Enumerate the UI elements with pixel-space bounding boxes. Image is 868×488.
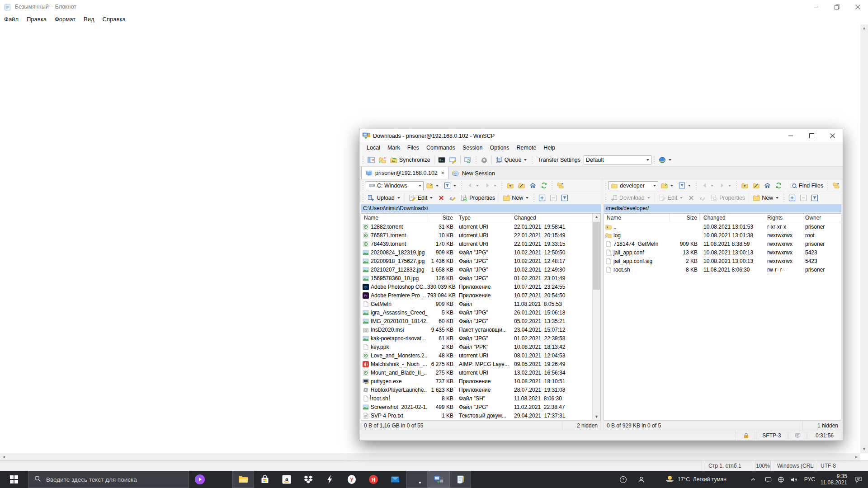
table-row[interactable]: 20200824_182319.jpg909 KBФайл "JPG"10.02…: [361, 248, 593, 257]
transfer-settings-selector[interactable]: Default: [584, 155, 651, 164]
table-row[interactable]: root.sh8 KB11.08.2021 8:06:30rw-r--r--pr…: [604, 265, 841, 274]
table-row[interactable]: puttygen.exe737 KBПриложение10.08.2021 1…: [361, 377, 593, 385]
quick-filter-button[interactable]: [809, 193, 820, 202]
refresh-session-button[interactable]: [462, 155, 473, 164]
table-row[interactable]: RobloxPlayerLaunche...1 623 KBПриложение…: [361, 385, 593, 394]
home-directory-button[interactable]: [762, 181, 773, 190]
table-row[interactable]: SVP 4 Pro.txt1 KBТекстовый докум...29.04…: [361, 411, 593, 420]
table-row[interactable]: PrAdobe Premiere Pro ...793 094 KBПрилож…: [361, 291, 593, 300]
table-row[interactable]: Malchishnik_-_Noch_...6 275 KBAIMP: MPEG…: [361, 360, 593, 368]
queue-button[interactable]: Queue: [494, 155, 530, 164]
explorer-taskbar-button[interactable]: [232, 471, 254, 488]
filter-button[interactable]: [676, 181, 693, 190]
column-header-changed[interactable]: Changed: [511, 214, 593, 222]
table-row[interactable]: kak-poetapno-risovat...61 KBФайл "JPG"01…: [361, 334, 593, 343]
network-icon[interactable]: [776, 476, 786, 483]
refresh-button[interactable]: [773, 181, 784, 190]
quick-filter-button[interactable]: [559, 193, 570, 202]
menu-view[interactable]: Вид: [80, 16, 99, 23]
close-button[interactable]: [847, 0, 868, 14]
close-tab-icon[interactable]: ×: [440, 170, 444, 176]
chevron-down-icon[interactable]: [419, 185, 421, 187]
add-bookmark-button[interactable]: [830, 181, 841, 190]
table-row[interactable]: ..10.08.2021 13:01:53r-xr-xr-xprisoner: [604, 222, 841, 231]
local-path-bar[interactable]: C:\Users\nimiz\Downloads\: [361, 204, 601, 212]
table-row[interactable]: 12882.torrent31 KButorrent URI22.01.2021…: [361, 222, 593, 231]
notepad-taskbar-button[interactable]: [449, 471, 471, 488]
column-header-owner[interactable]: Owner: [803, 214, 841, 222]
properties-button[interactable]: Properties: [458, 193, 497, 202]
table-row[interactable]: InsD2020.msi9 435 KBПакет установщи...23…: [361, 325, 593, 334]
minimize-button[interactable]: [780, 129, 801, 142]
open-directory-button[interactable]: [424, 181, 441, 190]
dropbox-taskbar-button[interactable]: [297, 471, 319, 488]
menu-commands[interactable]: Commands: [423, 145, 459, 151]
new-session-tab[interactable]: New Session: [448, 168, 499, 179]
remote-directory-selector[interactable]: developer: [609, 181, 658, 190]
local-scrollbar[interactable]: ▲ ▼: [592, 214, 600, 420]
edge-taskbar-button[interactable]: [211, 471, 232, 488]
dock-panels-button[interactable]: [366, 155, 377, 164]
menu-format[interactable]: Формат: [51, 16, 80, 23]
table-row[interactable]: 7181474_GetMeIn909 KB11.08.2021 8:38:59r…: [604, 239, 841, 248]
menu-help[interactable]: Справка: [99, 16, 130, 23]
table-row[interactable]: 1569578360_10.jpg126 KBФайл "JPG"01.02.2…: [361, 274, 593, 282]
table-row[interactable]: 20210207_112832.jpg1 658 KBФайл "JPG"10.…: [361, 265, 593, 274]
home-directory-button[interactable]: [527, 181, 538, 190]
language-indicator[interactable]: РУС: [804, 476, 815, 483]
menu-edit[interactable]: Правка: [23, 16, 51, 23]
parent-directory-button[interactable]: [505, 181, 515, 190]
scroll-down-icon[interactable]: ▼: [860, 446, 868, 453]
chevron-down-icon[interactable]: [646, 159, 649, 161]
column-header-size[interactable]: Size: [427, 214, 456, 222]
column-header-name[interactable]: Name: [604, 214, 670, 222]
notepad-horizontal-scrollbar[interactable]: ◄ ►: [0, 453, 860, 461]
lightning-taskbar-button[interactable]: [319, 471, 341, 488]
table-row[interactable]: jail_app.conf13 KB10.08.2021 13:00:13rwx…: [604, 248, 841, 257]
preferences-button[interactable]: [479, 155, 490, 164]
table-row[interactable]: Love_and_Monsters.2...48 KButorrent URI0…: [361, 351, 593, 360]
minimize-button[interactable]: [806, 0, 826, 14]
encryption-lock-icon[interactable]: [737, 431, 755, 440]
table-row[interactable]: GetMeIn909 KBФайл11.08.2021 8:05:53: [361, 300, 593, 308]
include-filter-button[interactable]: [787, 193, 797, 202]
scrollbar-thumb[interactable]: [593, 222, 600, 290]
protocol-indicator[interactable]: SFTP-3: [756, 431, 788, 440]
table-row[interactable]: 20200918_175627.jpg1 436 KBФайл "JPG"10.…: [361, 257, 593, 265]
menu-mark[interactable]: Mark: [384, 145, 404, 151]
winscp-taskbar-button[interactable]: [428, 471, 449, 488]
table-row[interactable]: 784439.torrent170 KButorrent URI22.01.20…: [361, 239, 593, 248]
mail-taskbar-button[interactable]: [384, 471, 406, 488]
parent-directory-button[interactable]: [739, 181, 750, 190]
table-row[interactable]: root.sh8 KBФайл "SH"11.08.2021 8:06:30: [361, 394, 593, 403]
new-button[interactable]: New: [751, 193, 781, 202]
root-directory-button[interactable]: [516, 181, 527, 190]
session-tab-active[interactable]: prisoner@192.168.0.102 ×: [361, 167, 448, 179]
column-header-type[interactable]: Type: [456, 214, 511, 222]
transfer-presets-button[interactable]: [657, 155, 674, 164]
drive-selector[interactable]: C: Windows: [366, 181, 424, 190]
delete-button[interactable]: [436, 193, 447, 202]
include-filter-button[interactable]: [537, 193, 547, 202]
table-row[interactable]: IMG_20201010_18142...60 KBФайл "JPG"05.0…: [361, 317, 593, 325]
amazon-taskbar-button[interactable]: a: [276, 471, 297, 488]
yandex-browser-taskbar-button[interactable]: Y: [341, 471, 363, 488]
monitor-icon[interactable]: [764, 476, 774, 483]
restore-button[interactable]: [826, 0, 847, 14]
yandex-taskbar-button[interactable]: Я: [363, 471, 384, 488]
open-directory-button[interactable]: [659, 181, 676, 190]
add-bookmark-button[interactable]: [555, 181, 566, 190]
table-row[interactable]: igra_Assassins_Creed_...5 KBФайл "JPG"26…: [361, 308, 593, 317]
local-hidden-count[interactable]: 2 hidden: [562, 421, 601, 430]
filter-button[interactable]: [442, 181, 459, 190]
synchronize-browsing-button[interactable]: [377, 155, 388, 164]
column-header-size[interactable]: Size: [670, 214, 700, 222]
refresh-button[interactable]: [538, 181, 549, 190]
alice-taskbar-button[interactable]: [189, 471, 211, 488]
menu-remote[interactable]: Remote: [513, 145, 540, 151]
table-row[interactable]: Mount_and_Blade_II_...275 KButorrent URI…: [361, 368, 593, 377]
clock[interactable]: 9:35 11.08.2021: [821, 473, 847, 486]
hidden-icons-chevron[interactable]: [748, 477, 758, 482]
table-row[interactable]: jail_app.conf.sig2 KB10.08.2021 13:00:13…: [604, 257, 841, 265]
edit-session-button[interactable]: [448, 155, 458, 164]
